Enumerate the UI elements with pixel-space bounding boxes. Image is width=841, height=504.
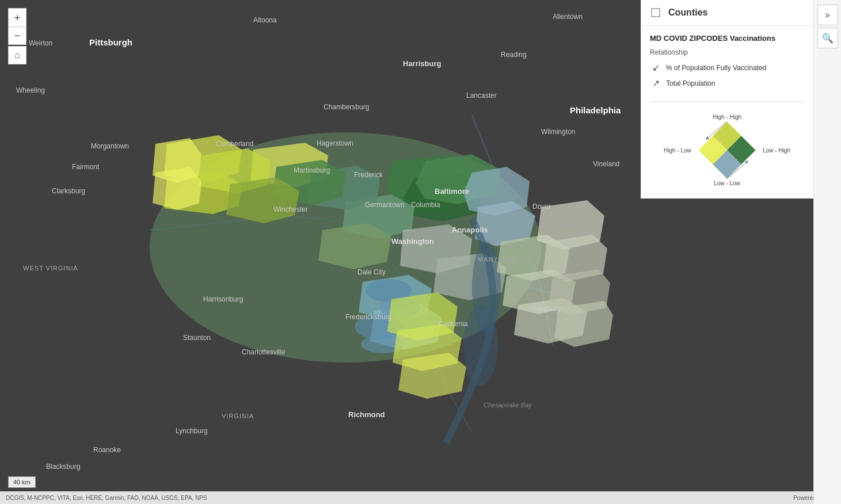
relationship-item-2: ↗ Total Population: [650, 78, 804, 89]
search-button[interactable]: 🔍: [817, 28, 838, 48]
arrow-up-right-icon: ↗: [650, 78, 661, 89]
legend-label-high-low: High - Low: [664, 147, 691, 154]
panel-layer-icon: [649, 6, 663, 20]
attribution-bar: DCGIS, M-NCPPC, VITA, Esri, HERE, Garmin…: [0, 491, 841, 504]
home-button[interactable]: ⌂: [8, 46, 26, 64]
svg-point-19: [463, 305, 498, 385]
legend-diamond: [699, 122, 756, 179]
legend-label-low-low: Low - Low: [714, 180, 740, 186]
scale-label: 40 km: [13, 479, 31, 486]
panel-title: Counties: [668, 7, 805, 18]
attribution-left: DCGIS, M-NCPPC, VITA, Esri, HERE, Garmin…: [6, 495, 207, 501]
relationship-text-2: Total Population: [666, 79, 715, 87]
legend-label-high-high: High - High: [713, 114, 741, 120]
panel: Counties MD COVID ZIPCODES Vaccinations …: [641, 0, 813, 198]
relationship-label: Relationship: [650, 48, 804, 56]
scale-bar: 40 km: [8, 476, 36, 488]
relationship-text-1: % of Population Fully Vaccinated: [666, 64, 767, 72]
svg-marker-26: [153, 167, 201, 210]
arrow-down-left-icon: ↙: [650, 62, 661, 73]
panel-header: Counties: [641, 0, 813, 26]
zoom-out-button[interactable]: −: [8, 26, 26, 45]
svg-marker-37: [398, 353, 466, 399]
zoom-in-button[interactable]: +: [8, 8, 26, 26]
county-icon-svg: [650, 7, 661, 18]
legend-container: High - High Low - Low High - Low Low - H…: [650, 110, 804, 190]
layer-title: MD COVID ZIPCODES Vaccinations: [650, 34, 804, 43]
relationship-item-1: ↙ % of Population Fully Vaccinated: [650, 62, 804, 73]
home-icon: ⌂: [14, 50, 20, 60]
svg-marker-30: [554, 301, 613, 347]
zoom-controls: + −: [8, 8, 26, 45]
legend-label-low-high: Low - High: [763, 147, 790, 154]
panel-body: MD COVID ZIPCODES Vaccinations Relations…: [641, 26, 813, 198]
layer-section: MD COVID ZIPCODES Vaccinations Relations…: [650, 34, 804, 102]
expand-panel-button[interactable]: »: [817, 5, 838, 25]
search-icon: 🔍: [822, 33, 834, 44]
svg-rect-38: [652, 9, 660, 17]
side-toolbar: » 🔍: [813, 0, 841, 504]
expand-icon: »: [825, 10, 830, 20]
